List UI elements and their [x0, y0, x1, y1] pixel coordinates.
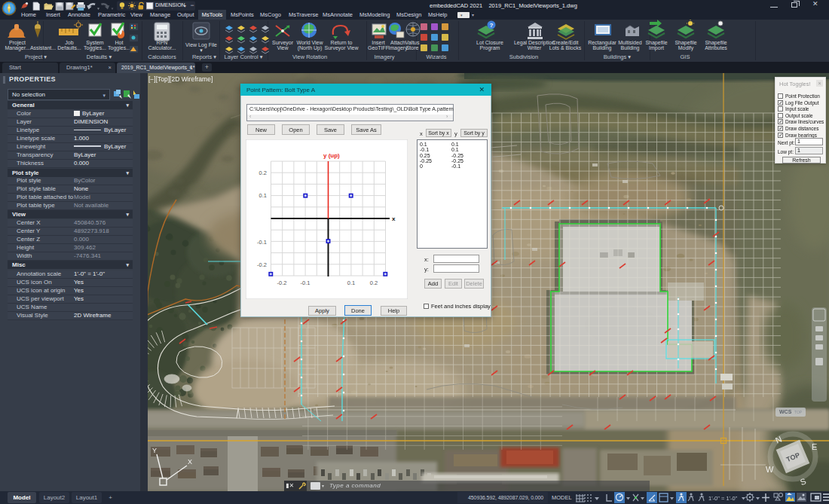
svg-text:y (up): y (up)	[323, 152, 340, 159]
svg-text:0.1: 0.1	[259, 192, 267, 199]
svg-text:-0.1: -0.1	[301, 279, 310, 286]
svg-text:Y: Y	[152, 447, 157, 454]
svg-text:0.1: 0.1	[347, 279, 355, 286]
svg-text:0.2: 0.2	[259, 170, 267, 176]
svg-text:x: x	[392, 215, 396, 222]
svg-text:-0.2: -0.2	[277, 279, 287, 286]
svg-text:1'-0" = 1'-0": 1'-0" = 1'-0"	[708, 495, 738, 502]
svg-text:-0.2: -0.2	[257, 261, 267, 268]
svg-text:TOP: TOP	[794, 410, 803, 414]
svg-text:X: X	[188, 458, 192, 466]
svg-text:0.2: 0.2	[370, 279, 378, 286]
svg-text:-0.1: -0.1	[257, 239, 267, 246]
svg-text:?: ?	[490, 22, 494, 29]
svg-text:WCS: WCS	[779, 409, 792, 414]
svg-text:E: E	[812, 442, 817, 451]
svg-text:W: W	[766, 465, 774, 474]
